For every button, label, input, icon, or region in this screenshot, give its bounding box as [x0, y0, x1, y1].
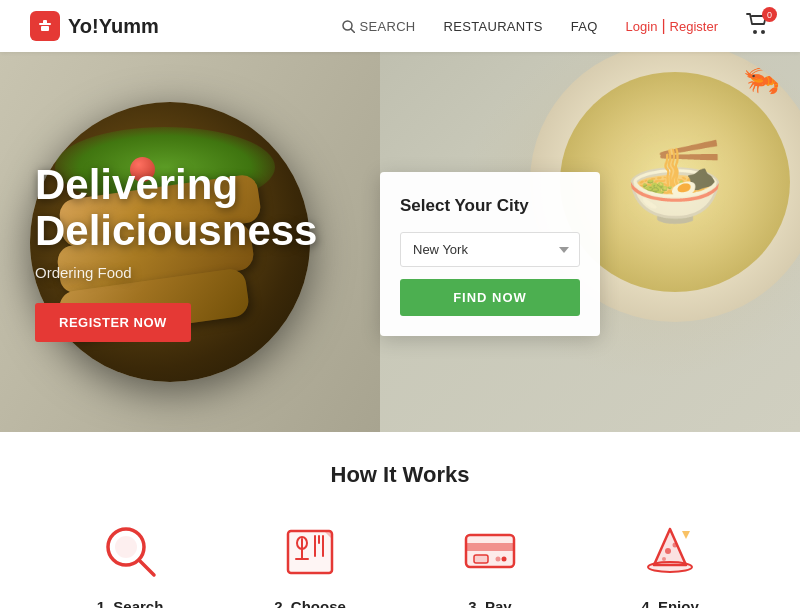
nav-restaurants[interactable]: RESTAURANTS: [444, 19, 543, 34]
main-nav: SEARCH RESTAURANTS FAQ Login | Register …: [342, 13, 770, 39]
how-it-works-section: How It Works 1. Search Find your restaur…: [0, 432, 800, 608]
cart-button[interactable]: 0: [746, 13, 770, 39]
login-link[interactable]: Login: [626, 19, 658, 34]
step-enjoy: 4. Enjoy Celebrate and have a good time …: [580, 516, 760, 608]
enjoy-step-icon: [635, 516, 705, 586]
svg-line-4: [351, 29, 355, 33]
search-step-icon: [95, 516, 165, 586]
pay-step-icon: [455, 516, 525, 586]
hero-subtitle: Ordering Food: [35, 264, 317, 281]
svg-point-21: [665, 548, 671, 554]
choose-step-icon: [275, 516, 345, 586]
step-search: 1. Search Find your restaurant using adv…: [40, 516, 220, 608]
logo[interactable]: Yo!Yumm: [30, 11, 159, 41]
how-steps-container: 1. Search Find your restaurant using adv…: [40, 516, 760, 608]
cart-count: 0: [762, 7, 777, 22]
step-search-title: 1. Search: [50, 598, 210, 608]
header: Yo!Yumm SEARCH RESTAURANTS FAQ Login | R…: [0, 0, 800, 52]
step-choose: 2. Choose Select a best fit and appropri…: [220, 516, 400, 608]
nav-search[interactable]: SEARCH: [342, 19, 416, 34]
register-now-button[interactable]: REGISTER NOW: [35, 303, 191, 342]
nav-faq[interactable]: FAQ: [571, 19, 598, 34]
nav-separator: |: [661, 17, 665, 35]
svg-rect-10: [288, 531, 332, 573]
svg-line-8: [139, 560, 154, 575]
hero-section: 🍜 🦐 Delivering Deliciousness Ordering Fo…: [0, 52, 800, 432]
register-link[interactable]: Register: [670, 19, 718, 34]
search-icon-svg: [100, 521, 160, 581]
logo-icon: [30, 11, 60, 41]
svg-point-23: [662, 557, 666, 561]
city-select-dropdown[interactable]: New York Los Angeles Chicago Houston Pho…: [400, 232, 580, 267]
svg-rect-16: [466, 543, 514, 551]
svg-point-5: [753, 30, 757, 34]
svg-point-9: [115, 536, 137, 558]
choose-icon-svg: [280, 521, 340, 581]
pay-icon-svg: [460, 521, 520, 581]
step-choose-title: 2. Choose: [230, 598, 390, 608]
svg-point-6: [761, 30, 765, 34]
step-pay: 3. Pay Make payment using instant and se…: [400, 516, 580, 608]
city-card-title: Select Your City: [400, 196, 580, 216]
svg-point-22: [673, 543, 678, 548]
find-now-button[interactable]: FIND NOW: [400, 279, 580, 316]
svg-rect-2: [43, 20, 47, 24]
hero-text-block: Delivering Deliciousness Ordering Food R…: [35, 162, 317, 342]
enjoy-icon-svg: [640, 521, 700, 581]
svg-point-19: [496, 557, 501, 562]
step-enjoy-title: 4. Enjoy: [590, 598, 750, 608]
svg-rect-17: [474, 555, 488, 563]
how-section-title: How It Works: [40, 462, 760, 488]
svg-rect-1: [41, 26, 49, 31]
city-selector-card: Select Your City New York Los Angeles Ch…: [380, 172, 600, 336]
search-icon: [342, 20, 355, 33]
step-pay-title: 3. Pay: [410, 598, 570, 608]
svg-point-18: [502, 557, 507, 562]
hero-title: Delivering Deliciousness: [35, 162, 317, 254]
